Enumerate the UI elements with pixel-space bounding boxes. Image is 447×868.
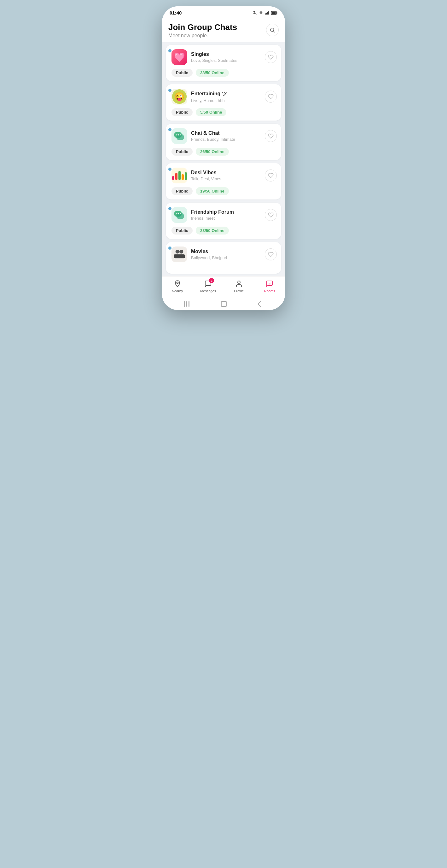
group-card-chai[interactable]: Chai & Chat Friends, Buddy, Intimate Pub… [166,124,281,160]
friendship-chat-icon [174,209,185,221]
svg-rect-6 [277,12,277,13]
favorite-button-entertaining[interactable] [265,91,277,102]
group-info-friendship: Friendship Forum friends, meet [191,209,265,221]
favorite-button-chai[interactable] [265,130,277,142]
audience-icon [172,249,186,260]
nav-label-nearby: Nearby [172,289,183,293]
svg-rect-7 [272,12,276,14]
mute-icon [252,11,257,15]
active-dot [168,247,171,250]
group-list: 🩷 Singles Love, Singles, Soulmates Publi… [162,42,285,276]
svg-point-20 [176,250,179,253]
signal-icon [265,11,270,15]
favorite-button-movies[interactable] [265,248,277,260]
card-bottom: Public 38/50 Online [171,69,277,77]
group-name: Entertaining ツ [191,91,265,97]
heart-icon [268,94,274,99]
nav-label-rooms: Rooms [264,289,275,293]
page-subtitle: Meet new people. [168,33,266,38]
favorite-button-desi[interactable] [265,169,277,182]
card-bottom: Public 26/50 Online [171,148,277,156]
battery-icon [271,11,277,15]
group-tags: friends, meet [191,216,265,221]
active-dot [168,49,171,52]
group-info-movies: Movies Bollywood, Bhojpuri [191,249,265,260]
active-dot [168,128,171,131]
svg-rect-3 [267,12,268,14]
group-info-entertaining: Entertaining ツ Lively, Humor, hhh [191,91,265,103]
favorite-button-friendship[interactable] [265,209,277,221]
card-bottom: Public 5/50 Online [171,108,277,116]
bottom-nav: Nearby 2 Messages Profile [162,276,285,297]
public-badge: Public [171,108,193,116]
svg-line-9 [273,31,275,32]
group-tags: Love, Singles, Soulmates [191,58,265,63]
nav-item-rooms[interactable]: Rooms [259,280,281,293]
nav-item-nearby[interactable]: Nearby [166,280,188,293]
svg-point-18 [178,213,179,215]
phone-frame: 01:40 [162,6,285,310]
search-icon [270,27,275,33]
group-card-entertaining[interactable]: 😜 Entertaining ツ Lively, Humor, hhh Publ… [166,84,281,121]
nav-item-messages[interactable]: 2 Messages [197,280,219,293]
online-badge: 5/50 Online [196,108,226,116]
status-icons [252,11,277,15]
chat-bubble-icon [174,130,185,142]
card-top: 🩷 Singles Love, Singles, Soulmates [171,49,277,65]
svg-point-12 [176,134,177,136]
group-card-desi[interactable]: Desi Vibes Talk, Desi, Vibes Public 19/5… [166,163,281,199]
group-name: Singles [191,52,265,57]
card-top: Desi Vibes Talk, Desi, Vibes [171,167,277,183]
nav-icon-profile [235,280,243,288]
emoji-face: 😜 [172,89,186,104]
active-dot [168,89,171,92]
svg-rect-1 [265,13,266,14]
nav-icon-nearby [173,280,181,288]
svg-point-17 [176,213,177,215]
search-button[interactable] [266,24,279,36]
svg-point-13 [178,134,179,136]
svg-rect-2 [266,12,267,14]
nav-icon-messages: 2 [204,280,212,288]
nav-label-messages: Messages [200,289,216,293]
location-icon [174,280,181,287]
home-button[interactable] [221,301,227,307]
group-tags: Lively, Humor, hhh [191,98,265,103]
group-icon-chai [171,128,187,144]
online-badge: 26/50 Online [196,148,229,156]
page-header: Join Group Chats Meet new people. [162,18,285,42]
group-tags: Friends, Buddy, Intimate [191,137,265,142]
heart-icon [268,54,274,60]
group-name: Friendship Forum [191,209,265,215]
active-dot [168,207,171,210]
svg-rect-4 [268,11,269,14]
heart-icon [268,133,274,139]
person-icon [235,280,243,287]
heart-icon [268,252,274,257]
group-icon-movies [171,247,187,262]
group-icon-entertaining: 😜 [171,89,187,104]
svg-point-21 [179,250,183,253]
nav-icon-rooms [266,280,274,288]
group-tags: Bollywood, Bhojpuri [191,255,265,260]
message-badge: 2 [209,278,214,283]
rooms-icon [266,280,273,287]
card-bottom: Public 23/50 Online [171,227,277,235]
group-info-singles: Singles Love, Singles, Soulmates [191,52,265,63]
favorite-button-singles[interactable] [265,51,277,63]
group-card-movies[interactable]: Movies Bollywood, Bhojpuri [166,242,281,274]
nav-label-profile: Profile [234,289,244,293]
group-info-chai: Chai & Chat Friends, Buddy, Intimate [191,130,265,142]
public-badge: Public [171,227,193,235]
card-top: Movies Bollywood, Bhojpuri [171,247,277,262]
group-card-friendship[interactable]: Friendship Forum friends, meet Public 23… [166,203,281,239]
svg-point-19 [180,213,181,215]
online-badge: 19/50 Online [196,187,229,195]
status-time: 01:40 [170,10,181,16]
group-card-singles[interactable]: 🩷 Singles Love, Singles, Soulmates Publi… [166,45,281,81]
nav-item-profile[interactable]: Profile [228,280,250,293]
header-titles: Join Group Chats Meet new people. [168,23,266,38]
svg-point-25 [238,281,240,283]
heart-icon [268,212,274,218]
back-chevron[interactable] [257,301,264,307]
